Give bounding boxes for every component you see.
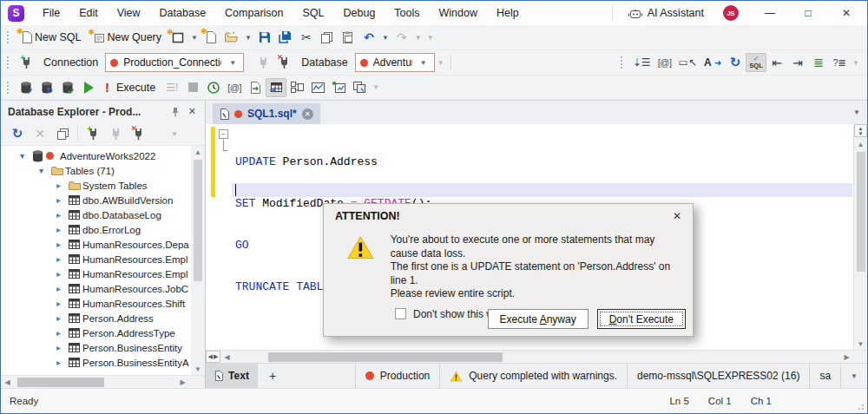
new-query-button[interactable]: ✱ New Query bbox=[88, 28, 168, 47]
edit-parameters-button[interactable]: [@] bbox=[224, 78, 245, 97]
server-segment[interactable]: demo-mssql\SQLEXPRESS02 (16) bbox=[627, 364, 809, 388]
tab-close-icon[interactable]: ✕ bbox=[302, 108, 313, 120]
chart-button[interactable] bbox=[307, 78, 328, 97]
new-object-dropdown[interactable]: ▼ bbox=[188, 34, 201, 42]
new-object-window-button[interactable]: ✱ bbox=[168, 28, 188, 47]
tab-sql1[interactable]: SQL1.sql* ✕ bbox=[213, 103, 320, 124]
cut-button[interactable]: ✂ bbox=[296, 28, 317, 47]
fold-marker-icon[interactable]: − bbox=[219, 129, 228, 139]
explorer-horizontal-scrollbar[interactable]: ◀ ▶ bbox=[1, 375, 205, 388]
rename-object-button[interactable]: ▭↖ bbox=[675, 53, 700, 72]
open-file-button[interactable] bbox=[221, 28, 242, 47]
import-data-button[interactable] bbox=[328, 78, 349, 97]
dialog-close-icon[interactable]: ✕ bbox=[670, 210, 684, 222]
chevron-icon[interactable] bbox=[56, 284, 69, 293]
explorer-delete-button[interactable]: ✕ bbox=[29, 124, 51, 143]
chevron-icon[interactable] bbox=[56, 225, 69, 234]
toolbar-grip[interactable] bbox=[6, 30, 10, 44]
scroll-left-icon[interactable]: ◀ bbox=[1, 376, 14, 388]
scrollbar-thumb[interactable] bbox=[17, 378, 104, 387]
tree-item[interactable]: Person.Address bbox=[1, 311, 205, 325]
scroll-up-icon[interactable]: ▲ bbox=[192, 146, 205, 158]
history-button[interactable] bbox=[203, 78, 224, 97]
save-button[interactable] bbox=[254, 28, 275, 47]
tree-item[interactable]: dbo.ErrorLog bbox=[1, 222, 205, 237]
menu-item[interactable]: Debug bbox=[334, 1, 385, 25]
database-dropdown[interactable]: ▼ bbox=[435, 59, 447, 67]
go-to-line-button[interactable]: ⇣☰ bbox=[629, 53, 654, 72]
menu-item[interactable]: Edit bbox=[69, 1, 108, 25]
connect-button[interactable] bbox=[253, 53, 273, 72]
connection-combo-caret[interactable]: ▼ bbox=[227, 59, 239, 67]
toolbar-overflow-dropdown[interactable]: ▼ bbox=[370, 83, 382, 91]
user-segment[interactable]: sa bbox=[809, 364, 840, 388]
redo-dropdown[interactable]: ▼ bbox=[412, 34, 424, 42]
tree-item[interactable]: Person.AddressType bbox=[1, 325, 205, 340]
bind-parameters-button[interactable]: [@] bbox=[654, 53, 675, 72]
chevron-icon[interactable] bbox=[56, 254, 69, 264]
stop-button[interactable] bbox=[182, 78, 203, 97]
resize-grip[interactable] bbox=[856, 402, 865, 411]
scrollbar-thumb[interactable] bbox=[194, 160, 202, 281]
paste-button[interactable] bbox=[338, 28, 358, 47]
explorer-vertical-scrollbar[interactable]: ▲ ▼ bbox=[191, 146, 205, 375]
editor-vertical-scrollbar[interactable]: ▲▼ ▲ ▼ bbox=[853, 124, 867, 350]
menu-item[interactable]: Tools bbox=[385, 1, 429, 25]
dont-show-again-checkbox[interactable] bbox=[395, 308, 406, 319]
increase-indent-button[interactable]: ⇥ bbox=[787, 53, 808, 72]
toolbar-grip[interactable] bbox=[620, 56, 624, 69]
query-status-segment[interactable]: Query completed with warnings. bbox=[439, 364, 627, 388]
scrollbar-thumb[interactable] bbox=[857, 152, 865, 272]
scrollbar-thumb[interactable] bbox=[268, 352, 503, 362]
status-dropdown[interactable]: ▼ bbox=[840, 364, 867, 388]
scroll-right-icon[interactable]: ▶ bbox=[176, 376, 189, 388]
menu-item[interactable]: Database bbox=[150, 1, 216, 25]
chevron-icon[interactable] bbox=[56, 358, 69, 367]
validate-sql-button[interactable]: ✓SQL bbox=[746, 53, 766, 72]
save-all-button[interactable] bbox=[275, 28, 296, 47]
ai-assistant-button[interactable]: AI Assistant bbox=[621, 7, 711, 19]
edit-database-button[interactable] bbox=[16, 78, 36, 97]
execute-button[interactable]: ! Execute bbox=[99, 78, 161, 97]
close-button[interactable]: ✕ bbox=[827, 1, 865, 25]
explorer-new-connection-button[interactable]: ＋ bbox=[82, 124, 104, 143]
export-script-button[interactable] bbox=[245, 78, 266, 97]
format-code-button[interactable]: A➜ bbox=[700, 53, 725, 72]
toggle-comment-button[interactable]: ?≣ bbox=[829, 53, 850, 72]
execute-anyway-button[interactable]: Execute Anyway bbox=[488, 309, 589, 329]
chevron-icon[interactable] bbox=[56, 181, 69, 190]
tree-item[interactable]: Person.BusinessEntityA bbox=[1, 355, 205, 370]
undo-button[interactable]: ↶ bbox=[358, 28, 379, 47]
database-combo[interactable]: AdventureWorks20... ▼ bbox=[355, 53, 435, 72]
pin-icon[interactable] bbox=[171, 107, 180, 117]
copy-button[interactable] bbox=[317, 28, 338, 47]
scroll-down-icon[interactable]: ▼ bbox=[192, 363, 205, 375]
menu-item[interactable]: SQL bbox=[293, 1, 333, 25]
tree-item[interactable]: HumanResources.Empl bbox=[1, 252, 205, 266]
new-connection-button[interactable]: ＋ bbox=[16, 53, 36, 72]
tree-item[interactable]: HumanResources.Shift bbox=[1, 296, 205, 311]
refresh-database-button[interactable]: ↻ bbox=[36, 78, 57, 97]
split-editor-vertical-handle[interactable]: ◀▶ bbox=[206, 351, 220, 363]
tab-list-dropdown[interactable]: ▼ bbox=[851, 108, 863, 116]
disconnect-button[interactable]: ✕ bbox=[273, 53, 294, 72]
toolbar-grip[interactable] bbox=[6, 81, 10, 95]
tree-item[interactable]: HumanResources.Empl bbox=[1, 266, 205, 281]
export-data-button[interactable] bbox=[349, 78, 370, 97]
explorer-duplicate-button[interactable] bbox=[51, 124, 74, 143]
tree-item[interactable]: dbo.DatabaseLog bbox=[1, 207, 205, 222]
scroll-down-icon[interactable]: ▼ bbox=[854, 338, 867, 350]
dont-execute-button[interactable]: Don't Execute bbox=[597, 309, 686, 329]
minimize-button[interactable]: — bbox=[751, 1, 789, 25]
editor-horizontal-scrollbar[interactable]: ◀▶ ◀ ▶ bbox=[206, 350, 867, 363]
chevron-icon[interactable] bbox=[20, 151, 32, 161]
tree-item[interactable]: HumanResources.JobC bbox=[1, 281, 205, 296]
redo-button[interactable]: ↷ bbox=[391, 28, 412, 47]
menu-item[interactable]: Comparison bbox=[215, 1, 293, 25]
menu-item[interactable]: Help bbox=[487, 1, 529, 25]
maximize-button[interactable]: □ bbox=[789, 1, 827, 25]
chevron-icon[interactable] bbox=[39, 166, 51, 175]
chevron-icon[interactable] bbox=[56, 343, 69, 352]
connection-combo[interactable]: Production_Connection ▼ bbox=[105, 53, 244, 72]
tree-item[interactable]: Tables (71) bbox=[1, 163, 205, 178]
